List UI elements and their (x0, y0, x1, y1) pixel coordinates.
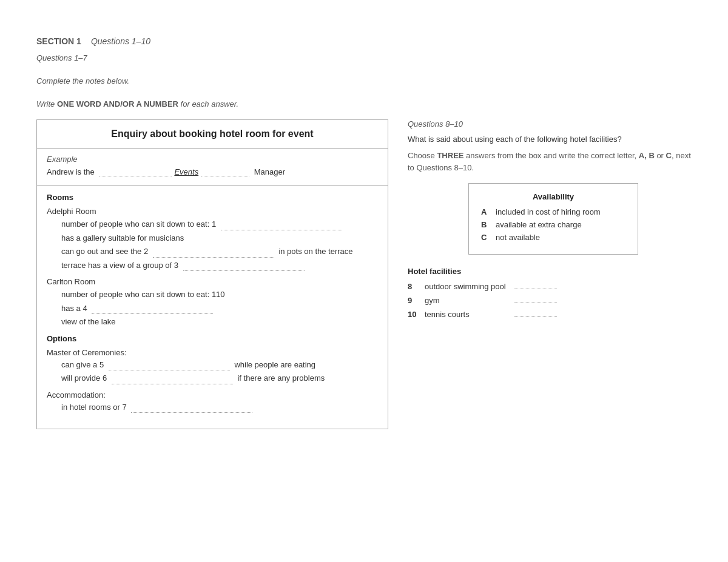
instruction-bold: ONE WORD AND/OR A NUMBER (57, 99, 178, 109)
availability-box: Availability Aincluded in cost of hiring… (468, 183, 638, 255)
master-line2-before: will provide (61, 373, 100, 383)
adelphi-q3-dotted (183, 270, 305, 271)
master-q6-dotted (112, 384, 233, 384)
availability-item: Cnot available (481, 233, 625, 242)
main-layout: Enquiry about booking hotel room for eve… (36, 119, 692, 429)
rooms-heading: Rooms (47, 193, 378, 202)
options-heading: Options (47, 334, 378, 343)
example-dotted-before (99, 176, 172, 176)
accom-q7-num: 7 (122, 403, 126, 412)
example-text-after: Manager (254, 167, 285, 176)
carlton-name: Carlton Room (47, 277, 378, 286)
facility-answer-dots (514, 303, 557, 303)
facility-number: 10 (408, 310, 420, 319)
facility-name: tennis courts (425, 310, 510, 319)
example-text-before: Andrew is the (47, 167, 95, 176)
section-header: SECTION 1 Questions 1–10 (36, 36, 692, 46)
instruction-line1: Complete the notes below. (36, 76, 692, 85)
carlton-details: number of people who can sit down to eat… (47, 289, 378, 328)
avail-letter: B (481, 220, 490, 229)
facility-row: 9gym (408, 296, 692, 305)
adelphi-q1-dotted (221, 230, 342, 230)
accom-group: Accommodation: in hotel rooms or 7 (47, 390, 378, 413)
accom-line1: in hotel rooms or 7 (61, 401, 378, 413)
adelphi-q2-label: 2 (144, 247, 148, 256)
example-label: Example (47, 155, 378, 164)
right-panel: Questions 8–10 What is said about using … (408, 119, 692, 324)
master-q5-num: 5 (99, 360, 104, 369)
master-line2-after: if there are any problems (237, 373, 325, 383)
right-question-text: What is said about using each of the fol… (408, 135, 692, 144)
master-line1: can give a 5 while people are eating (61, 359, 378, 371)
master-group: Master of Ceremonies: can give a 5 while… (47, 348, 378, 384)
instruction-line2: Write ONE WORD AND/OR A NUMBER for each … (36, 99, 692, 109)
adelphi-q3-num: 3 (174, 261, 178, 270)
availability-title: Availability (481, 192, 625, 201)
master-name: Master of Ceremonies: (47, 348, 378, 357)
carlton-line2: has a 4 (61, 303, 378, 315)
hotel-facilities-heading: Hotel facilities (408, 267, 692, 276)
section-title: SECTION 1 (36, 36, 81, 46)
master-details: can give a 5 while people are eating wil… (47, 359, 378, 384)
section-questions: Questions 1–10 (91, 36, 150, 46)
facilities-list: 8outdoor swimming pool9gym10tennis court… (408, 282, 692, 319)
adelphi-line2: has a gallery suitable for musicians (61, 232, 378, 244)
facility-number: 8 (408, 282, 420, 291)
facility-row: 10tennis courts (408, 310, 692, 319)
availability-item: Bavailable at extra charge (481, 220, 625, 229)
adelphi-line1: number of people who can sit down to eat… (61, 218, 378, 230)
facility-name: outdoor swimming pool (425, 282, 510, 291)
example-answer: Events (174, 167, 198, 176)
carlton-line1: number of people who can sit down to eat… (61, 289, 378, 301)
facility-number: 9 (408, 296, 420, 305)
facility-row: 8outdoor swimming pool (408, 282, 692, 291)
availability-item: Aincluded in cost of hiring room (481, 207, 625, 216)
right-instruction-bold: THREE (437, 151, 463, 160)
example-line: Andrew is the Events Manager (47, 167, 378, 176)
carlton-line3: view of the lake (61, 316, 378, 328)
accom-name: Accommodation: (47, 390, 378, 400)
availability-items: Aincluded in cost of hiring roomBavailab… (481, 207, 625, 242)
right-instruction-c: C (666, 151, 672, 160)
right-questions-label: Questions 8–10 (408, 119, 692, 129)
adelphi-q1-num: 1 (212, 219, 216, 229)
adelphi-details: number of people who can sit down to eat… (47, 218, 378, 271)
adelphi-line3-after: in pots on the terrace (278, 247, 352, 256)
adelphi-line3-before: can go out and see the (61, 247, 141, 256)
facility-answer-dots (514, 316, 557, 317)
body-section: Rooms Adelphi Room number of people who … (37, 186, 388, 429)
right-instruction: Choose THREE answers from the box and wr… (408, 150, 692, 173)
adelphi-line3: can go out and see the 2 in pots on the … (61, 246, 378, 258)
adelphi-line1-before: number of people who can sit down to eat… (61, 219, 209, 229)
avail-text: available at extra charge (496, 220, 582, 229)
sub-heading: Questions 1–7 (36, 53, 692, 62)
carlton-q4-dotted (92, 313, 213, 314)
facility-answer-dots (514, 289, 557, 289)
adelphi-q2-dotted (153, 257, 274, 258)
master-line1-before: can give a (61, 360, 97, 369)
master-line1-after: while people are eating (234, 360, 315, 369)
adelphi-line4-before: terrace has a view of a group of (61, 261, 172, 270)
enquiry-box: Enquiry about booking hotel room for eve… (36, 119, 388, 429)
adelphi-name: Adelphi Room (47, 207, 378, 216)
master-q5-dotted (109, 370, 230, 370)
left-panel: Enquiry about booking hotel room for eve… (36, 119, 388, 429)
right-instruction-abc: A, B (639, 151, 655, 160)
enquiry-title: Enquiry about booking hotel room for eve… (37, 120, 388, 149)
facility-name: gym (425, 296, 510, 305)
avail-text: not available (496, 233, 540, 242)
master-line2: will provide 6 if there are any problems (61, 372, 378, 384)
accom-line1-before: in hotel rooms or (61, 403, 120, 412)
master-q6-num: 6 (103, 373, 107, 383)
avail-letter: A (481, 207, 490, 216)
example-dotted-after (201, 176, 249, 176)
example-section: Example Andrew is the Events Manager (37, 149, 388, 186)
adelphi-line4: terrace has a view of a group of 3 (61, 259, 378, 272)
accom-details: in hotel rooms or 7 (47, 401, 378, 413)
carlton-line2-before: has a (61, 304, 81, 313)
carlton-q4-num: 4 (83, 304, 87, 313)
avail-letter: C (481, 233, 490, 242)
accom-q7-dotted (131, 412, 252, 413)
page-container: SECTION 1 Questions 1–10 Questions 1–7 C… (36, 36, 692, 429)
avail-text: included in cost of hiring room (496, 207, 601, 216)
